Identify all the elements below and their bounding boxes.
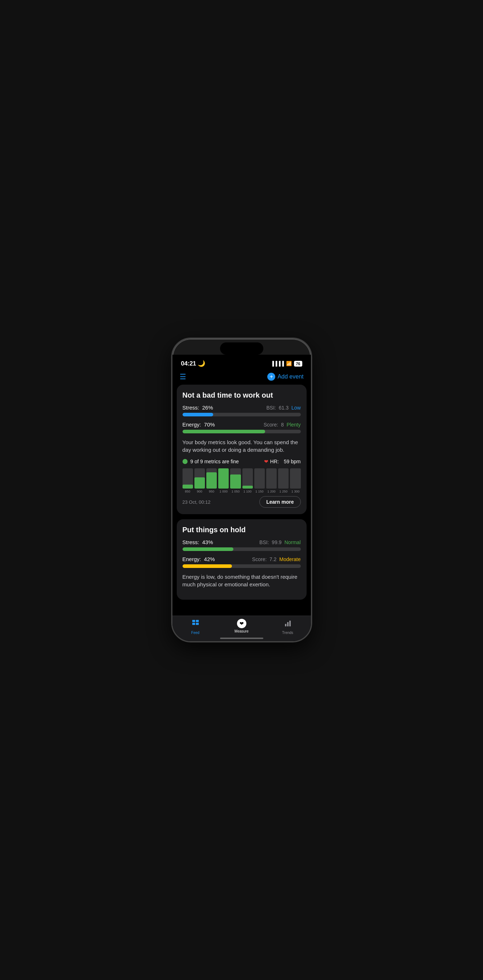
learn-more-button[interactable]: Learn more: [259, 496, 300, 508]
score-info-1: Score: 8 Plenty: [264, 422, 301, 428]
energy-row-2: Energy: 42% Score: 7.2 Moderate: [183, 556, 301, 562]
bsi-info-1: BSI: 61.3 Low: [267, 405, 301, 410]
stress-progress-fill-1: [183, 413, 213, 417]
energy-row-1: Energy: 70% Score: 8 Plenty: [183, 422, 301, 428]
hrv-bar-chart: 850 900 950 1 000: [183, 468, 301, 493]
bsi-info-2: BSI: 99.9 Normal: [259, 539, 300, 545]
energy-progress-fill-1: [183, 430, 265, 433]
bar-1200: 1 200: [266, 468, 276, 493]
metrics-count: 9 of 9 metrics are fine: [183, 458, 239, 465]
stress-label-2: Stress: 43%: [183, 539, 213, 545]
phone-screen: 04:21 🌙 ▐▐▐▐ 📶 76 ☰ + Add event N: [172, 355, 311, 641]
energy-progress-fill-2: [183, 564, 232, 568]
app-header: ☰ + Add event: [172, 369, 311, 385]
bar-1300: 1 300: [290, 468, 300, 493]
home-bar: [220, 638, 263, 639]
svg-rect-6: [289, 620, 291, 627]
stress-progress-fill-2: [183, 547, 234, 551]
card-1-description: Your body metrics look good. You can spe…: [183, 438, 301, 453]
heart-rate-icon: ❤: [264, 458, 269, 465]
card-1-date: 23 Oct, 00:12: [183, 500, 211, 505]
status-right-icons: ▐▐▐▐ 📶 76: [270, 361, 302, 367]
time-display: 04:21: [181, 360, 196, 367]
metrics-info-row-1: 9 of 9 metrics are fine ❤ HR: 59 bpm: [183, 458, 301, 465]
battery-indicator: 76: [294, 361, 302, 367]
green-status-dot: [183, 459, 187, 464]
energy-progress-bg-2: [183, 564, 301, 568]
svg-rect-5: [287, 622, 289, 627]
moon-icon: 🌙: [198, 360, 205, 367]
stress-row-1: Stress: 26% BSI: 61.3 Low: [183, 404, 301, 410]
svg-rect-0: [192, 620, 195, 622]
card-1-title: Not a bad time to work out: [183, 391, 301, 399]
stress-row-2: Stress: 43% BSI: 99.9 Normal: [183, 539, 301, 545]
scroll-content[interactable]: Not a bad time to work out Stress: 26% B…: [172, 385, 311, 616]
heart-rate-info: ❤ HR: 59 bpm: [264, 458, 301, 465]
status-bar: 04:21 🌙 ▐▐▐▐ 📶 76: [172, 355, 311, 369]
measure-tab-label: Measure: [235, 629, 248, 633]
bar-850: 850: [183, 468, 193, 493]
energy-progress-bg-1: [183, 430, 301, 433]
bar-950: 950: [207, 468, 217, 493]
card-2-description: Energy is low, do something that doesn't…: [183, 573, 301, 588]
home-indicator: [172, 636, 311, 641]
trends-icon: [283, 619, 292, 630]
stress-label-1: Stress: 26%: [183, 404, 213, 410]
card-1-footer: 23 Oct, 00:12 Learn more: [183, 496, 301, 508]
trends-tab-label: Trends: [282, 631, 293, 635]
energy-label-2: Energy: 42%: [183, 556, 215, 562]
add-event-button[interactable]: + Add event: [267, 373, 303, 381]
bar-1100: 1 100: [242, 468, 253, 493]
bar-1000: 1 000: [218, 468, 229, 493]
measure-heart-icon: ❤: [237, 619, 246, 628]
wifi-icon: 📶: [286, 361, 292, 366]
menu-icon[interactable]: ☰: [180, 372, 186, 381]
add-event-label: Add event: [277, 374, 303, 380]
svg-rect-1: [196, 620, 199, 622]
svg-rect-3: [196, 623, 199, 625]
bar-1050: 1 050: [230, 468, 241, 493]
energy-label-1: Energy: 70%: [183, 422, 215, 428]
card-workout: Not a bad time to work out Stress: 26% B…: [177, 385, 307, 514]
tab-trends[interactable]: Trends: [265, 619, 311, 635]
dynamic-island: [220, 342, 263, 355]
score-info-2: Score: 7.2 Moderate: [252, 557, 301, 562]
svg-rect-4: [285, 624, 286, 627]
phone-frame: 04:21 🌙 ▐▐▐▐ 📶 76 ☰ + Add event N: [172, 338, 312, 642]
stress-progress-bg-2: [183, 547, 301, 551]
signal-icon: ▐▐▐▐: [270, 361, 284, 366]
card-hold: Put things on hold Stress: 43% BSI: 99.9…: [177, 519, 307, 600]
tab-measure[interactable]: ❤ Measure: [219, 619, 265, 633]
svg-rect-2: [192, 623, 195, 625]
bar-1150: 1 150: [254, 468, 265, 493]
tab-bar: Feed ❤ Measure Trends: [172, 616, 311, 636]
bar-1250: 1 250: [278, 468, 289, 493]
feed-icon: [191, 619, 200, 630]
tab-feed[interactable]: Feed: [172, 619, 219, 635]
bar-900: 900: [194, 468, 205, 493]
plus-circle-icon: +: [267, 373, 275, 381]
status-time: 04:21 🌙: [181, 360, 205, 368]
stress-progress-bg-1: [183, 413, 301, 417]
card-2-title: Put things on hold: [183, 526, 301, 534]
feed-tab-label: Feed: [191, 631, 200, 635]
